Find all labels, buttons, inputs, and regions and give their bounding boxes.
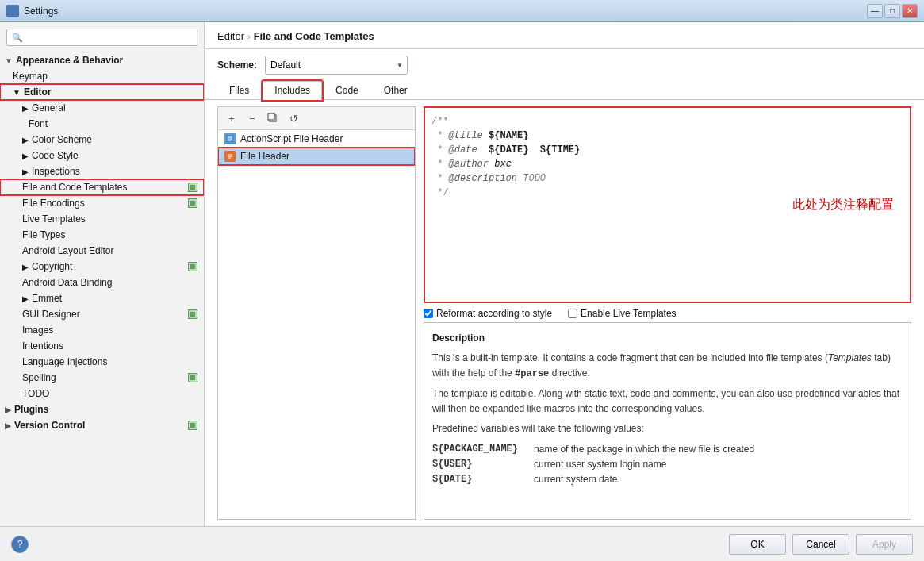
sidebar-item-inspections[interactable]: ▶ Inspections xyxy=(0,163,204,179)
chevron-right-icon: ▶ xyxy=(22,104,29,113)
code-line-3: * @date ${DATE} ${TIME} xyxy=(431,143,903,157)
editor-panel: /** * @title ${NAME} * @date ${DATE} ${T… xyxy=(424,106,911,520)
description-section: Description This is a built-in template.… xyxy=(424,322,911,521)
cancel-button[interactable]: Cancel xyxy=(792,534,849,555)
code-line-1: /** xyxy=(431,114,903,129)
reformat-checkbox-wrap: Reformat according to style xyxy=(424,308,552,319)
chevron-right-icon: ▶ xyxy=(5,405,11,414)
dialog-buttons: OK Cancel Apply xyxy=(729,534,913,555)
svg-rect-4 xyxy=(190,375,196,381)
tab-code[interactable]: Code xyxy=(324,81,370,99)
sidebar-item-live-templates[interactable]: Live Templates xyxy=(0,211,204,227)
file-list-item-actionscript[interactable]: ActionScript File Header xyxy=(218,130,415,148)
sidebar-item-file-types[interactable]: File Types xyxy=(0,227,204,243)
chevron-down-icon: ▼ xyxy=(5,56,13,65)
chevron-right-icon: ▶ xyxy=(22,136,29,144)
svg-rect-7 xyxy=(268,113,274,120)
sidebar-group-plugins-label[interactable]: ▶ Plugins xyxy=(0,402,204,417)
breadcrumb-current: File and Code Templates xyxy=(254,30,374,42)
var-desc: current system date xyxy=(534,472,754,487)
sidebar-item-gui-designer[interactable]: GUI Designer xyxy=(0,306,204,322)
table-row: ${PACKAGE_NAME} name of the package in w… xyxy=(432,442,754,457)
sidebar-group-version-control-label[interactable]: ▶ Version Control xyxy=(0,417,204,433)
editor-options: Reformat according to style Enable Live … xyxy=(424,303,911,322)
chevron-down-icon: ▼ xyxy=(13,88,21,97)
sidebar-group-appearance[interactable]: ▼ Appearance & Behavior xyxy=(0,52,204,68)
file-list-toolbar: + − ↺ xyxy=(218,107,415,130)
indicator-icon xyxy=(188,421,197,430)
sidebar-item-images[interactable]: Images xyxy=(0,322,204,338)
reset-button[interactable]: ↺ xyxy=(285,110,302,126)
copy-button[interactable] xyxy=(264,110,282,126)
sidebar-item-font[interactable]: Font xyxy=(0,116,204,132)
svg-rect-0 xyxy=(190,184,196,190)
scheme-label: Scheme: xyxy=(217,60,257,71)
file-list-panel: + − ↺ ActionScript F xyxy=(217,106,416,520)
remove-button[interactable]: − xyxy=(243,110,261,126)
svg-rect-2 xyxy=(190,263,196,270)
live-templates-checkbox[interactable] xyxy=(568,309,577,318)
sidebar-item-emmet[interactable]: ▶ Emmet xyxy=(0,290,204,306)
content-header: Editor › File and Code Templates xyxy=(205,22,924,49)
content-area: Editor › File and Code Templates Scheme:… xyxy=(205,22,924,526)
file-list-item-label: ActionScript File Header xyxy=(240,133,343,144)
sidebar-item-android-layout-editor[interactable]: Android Layout Editor xyxy=(0,243,204,259)
scheme-select[interactable]: Default xyxy=(265,56,408,75)
breadcrumb-separator: › xyxy=(247,32,251,41)
desc-italic-templates: Templates xyxy=(828,352,872,363)
bottom-bar: ? OK Cancel Apply xyxy=(0,526,924,561)
tab-other[interactable]: Other xyxy=(372,81,420,99)
var-name: ${USER} xyxy=(432,457,534,472)
scheme-select-wrap[interactable]: Default xyxy=(265,56,408,75)
sidebar-item-code-style[interactable]: ▶ Code Style xyxy=(0,148,204,163)
maximize-button[interactable]: □ xyxy=(884,4,900,18)
file-list-item-label: File Header xyxy=(240,151,289,162)
description-title: Description xyxy=(432,331,903,346)
sidebar-item-spelling[interactable]: Spelling xyxy=(0,370,204,386)
scheme-row: Scheme: Default xyxy=(205,49,924,81)
var-desc: name of the package in which the new fil… xyxy=(534,442,754,457)
file-list-item-fileheader[interactable]: File Header xyxy=(218,148,415,165)
sidebar-item-file-and-code-templates[interactable]: File and Code Templates xyxy=(0,179,204,195)
annotation-label: 此处为类注释配置 xyxy=(792,196,894,213)
breadcrumb-editor: Editor xyxy=(217,30,244,42)
add-button[interactable]: + xyxy=(223,110,240,126)
chevron-right-icon: ▶ xyxy=(22,152,29,160)
sidebar-item-general[interactable]: ▶ General xyxy=(0,100,204,116)
search-input[interactable] xyxy=(6,29,197,46)
sidebar-item-intentions[interactable]: Intentions xyxy=(0,338,204,354)
code-line-5: * @description TODO xyxy=(431,171,903,186)
minimize-button[interactable]: — xyxy=(867,4,883,18)
sidebar-item-file-encodings[interactable]: File Encodings xyxy=(0,195,204,211)
sidebar-item-copyright[interactable]: ▶ Copyright xyxy=(0,259,204,275)
live-templates-label: Enable Live Templates xyxy=(581,308,677,319)
tab-files[interactable]: Files xyxy=(217,81,261,99)
help-button[interactable]: ? xyxy=(11,536,29,553)
sidebar-group-plugins[interactable]: ▶ Plugins xyxy=(0,402,204,417)
breadcrumb: Editor › File and Code Templates xyxy=(217,30,911,42)
ok-button[interactable]: OK xyxy=(729,534,786,555)
sidebar-item-todo[interactable]: TODO xyxy=(0,386,204,402)
tabs-bar: Files Includes Code Other xyxy=(205,81,924,100)
live-templates-checkbox-wrap: Enable Live Templates xyxy=(568,308,677,319)
apply-button[interactable]: Apply xyxy=(856,534,913,555)
code-editor[interactable]: /** * @title ${NAME} * @date ${DATE} ${T… xyxy=(424,106,911,303)
sidebar-group-version-control[interactable]: ▶ Version Control xyxy=(0,417,204,433)
sidebar-group-appearance-label[interactable]: ▼ Appearance & Behavior xyxy=(0,52,204,68)
desc-para-1: This is a built-in template. It contains… xyxy=(432,351,903,382)
close-button[interactable]: ✕ xyxy=(902,4,918,18)
indicator-icon xyxy=(188,373,197,382)
sidebar-item-android-data-binding[interactable]: Android Data Binding xyxy=(0,275,204,290)
sidebar-item-color-scheme[interactable]: ▶ Color Scheme xyxy=(0,132,204,148)
desc-mono-parse: #parse xyxy=(515,368,549,379)
var-name: ${DATE} xyxy=(432,472,534,487)
code-line-2: * @title ${NAME} xyxy=(431,129,903,143)
sidebar-item-keymap[interactable]: Keymap xyxy=(0,68,204,84)
svg-rect-3 xyxy=(190,311,196,317)
sidebar-item-language-injections[interactable]: Language Injections xyxy=(0,354,204,370)
reformat-checkbox[interactable] xyxy=(424,309,433,318)
sidebar-search-wrap xyxy=(0,25,204,49)
sidebar-item-editor[interactable]: ▼ Editor xyxy=(0,84,204,100)
var-desc: current user system login name xyxy=(534,457,754,472)
tab-includes[interactable]: Includes xyxy=(263,81,322,100)
